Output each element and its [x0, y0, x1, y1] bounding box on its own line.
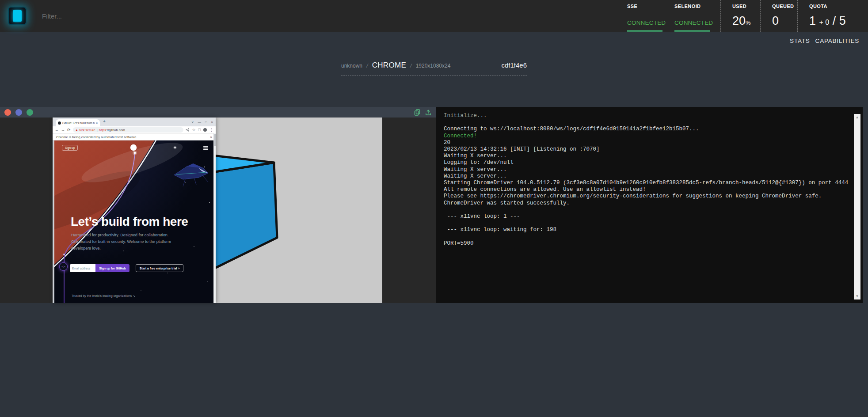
sse-indicator-bar: [627, 30, 662, 32]
status-bar: SSE CONNECTED SELENOID CONNECTED USED 20…: [627, 0, 868, 32]
status-selenoid: SELENOID CONNECTED: [674, 0, 720, 32]
maximize-icon[interactable]: □: [205, 120, 207, 124]
log-line: Logging to: /dev/null: [444, 159, 845, 166]
log-line: Waiting X server...: [444, 167, 845, 173]
log-line: [444, 220, 845, 227]
log-line: [444, 234, 845, 240]
tab-search-icon[interactable]: ∨: [191, 120, 194, 124]
github-hero-page: Sign up Let’s build from here Harnessed …: [53, 140, 216, 303]
log-line: Starting ChromeDriver 104.0.5112.79 (3cf…: [444, 180, 845, 186]
clipboard-icon[interactable]: [414, 109, 420, 116]
remote-chrome-window[interactable]: GitHub: Let’s build from he... × + ∨ — □…: [53, 118, 216, 303]
back-icon[interactable]: ←: [55, 128, 59, 132]
topbar: SSE CONNECTED SELENOID CONNECTED USED 20…: [0, 0, 868, 32]
session-os: unknown: [341, 63, 362, 69]
address-bar[interactable]: ▲ Not secure | https://github.com: [73, 127, 184, 133]
selenoid-value: CONNECTED: [674, 19, 713, 26]
vnc-panel: GitHub: Let’s build from he... × + ∨ — □…: [0, 107, 436, 303]
profile-avatar[interactable]: [203, 128, 207, 132]
email-field[interactable]: [70, 264, 95, 272]
selenoid-ui-logo[interactable]: [8, 7, 27, 25]
log-scrollbar[interactable]: ▲ ▼: [854, 114, 860, 299]
filter-input[interactable]: [42, 12, 228, 20]
selenoid-ui-page: { "colors": { "accent_green": "#4caf50",…: [0, 0, 868, 417]
chrome-tab[interactable]: GitHub: Let’s build from he... ×: [56, 119, 100, 126]
log-line: Waiting X server...: [444, 153, 845, 159]
enterprise-trial-button[interactable]: Start a free enterprise trial >: [136, 264, 183, 272]
session-resolution: 1920x1080x24: [416, 63, 451, 69]
scrollbar-thumb[interactable]: [214, 134, 216, 146]
session-browser: CHROME: [372, 61, 406, 70]
chrome-tabstrip: GitHub: Let’s build from he... × + ∨ — □…: [53, 118, 216, 126]
code-brackets-badge-icon: <>: [59, 262, 68, 271]
log-line: Please see https://chromedriver.chromium…: [444, 193, 845, 200]
logo-cyan-square-icon: [13, 10, 22, 22]
automation-infobar: Chrome is being controlled by automated …: [53, 133, 216, 140]
quota-value: 1 + 0 / 5: [809, 14, 846, 28]
url-divider: |: [97, 128, 98, 132]
vnc-window-header: [0, 107, 436, 118]
vnc-header-actions: [414, 109, 431, 116]
log-line: Connected!: [444, 133, 845, 140]
close-icon[interactable]: ×: [211, 120, 213, 124]
extension-icon[interactable]: □: [198, 128, 201, 132]
session-row[interactable]: unknown / CHROME / 1920x1080x24 cdf1f4e6: [341, 61, 527, 76]
bookmark-star-icon[interactable]: ☆: [192, 128, 195, 132]
view-tabs: STATS CAPABILITIES: [790, 38, 859, 44]
selenoid-label: SELENOID: [674, 4, 720, 9]
separator: /: [366, 62, 368, 69]
used-value: 20%: [732, 14, 751, 28]
session-id[interactable]: cdf1f4e6: [501, 61, 527, 69]
page-scrollbar[interactable]: [213, 133, 216, 303]
url-text: https://github.com: [99, 128, 125, 132]
github-favicon-icon: [58, 121, 61, 125]
reload-icon[interactable]: ⟳: [67, 128, 71, 132]
menu-dots-icon[interactable]: ⋮: [209, 128, 213, 132]
status-sse: SSE CONNECTED: [627, 0, 674, 32]
page-left-edge: [53, 140, 54, 303]
log-line: ChromeDriver was started successfully.: [444, 200, 845, 207]
queued-value: 0: [772, 14, 779, 28]
log-line: --- x11vnc loop: 1 ---: [444, 213, 845, 220]
toolbar-right-icons: ☆ □ ⋮: [186, 128, 213, 132]
new-tab-icon[interactable]: +: [103, 119, 106, 124]
tab-capabilities[interactable]: CAPABILITIES: [815, 38, 859, 44]
infobar-text: Chrome is being controlled by automated …: [56, 135, 137, 139]
vnc-remote-screen[interactable]: GitHub: Let’s build from he... × + ∨ — □…: [53, 118, 382, 303]
tab-close-icon[interactable]: ×: [96, 121, 98, 125]
hamburger-menu-icon[interactable]: [203, 146, 208, 151]
log-line: Connecting to ws://localhost:8080/ws/log…: [444, 126, 845, 133]
separator: /: [410, 62, 412, 69]
trusted-line: Trusted by the world’s leading organizat…: [72, 294, 135, 298]
upload-icon[interactable]: [425, 109, 431, 116]
share-icon[interactable]: [186, 128, 189, 132]
github-signup-nav-button[interactable]: Sign up: [62, 145, 78, 151]
session-info: unknown / CHROME / 1920x1080x24: [341, 61, 450, 70]
window-dot-red-icon: [4, 109, 11, 116]
chrome-toolbar: ← → ⟳ ▲ Not secure | https://github.com: [53, 126, 216, 133]
scroll-down-icon[interactable]: ▼: [854, 294, 860, 298]
window-controls: ∨ — □ ×: [191, 118, 213, 126]
log-line: 20: [444, 140, 845, 146]
signup-for-github-button[interactable]: Sign up for GitHub: [95, 264, 129, 272]
log-line: PORT=5900: [444, 240, 845, 247]
selenoid-indicator-bar: [674, 30, 710, 32]
infobar-close-icon[interactable]: ×: [210, 135, 212, 139]
forward-icon[interactable]: →: [61, 128, 65, 132]
window-dot-green-icon: [27, 109, 33, 116]
hero-headline: Let’s build from here: [71, 215, 188, 229]
status-used: USED 20%: [720, 0, 760, 32]
log-lines: Initialize... Connecting to ws://localho…: [444, 113, 845, 247]
quota-label: QUOTA: [809, 4, 868, 9]
scroll-up-icon[interactable]: ▲: [854, 115, 860, 119]
status-queued: QUEUED 0: [760, 0, 797, 32]
sse-label: SSE: [627, 4, 674, 9]
window-dot-blue-icon: [15, 109, 22, 116]
log-line: [444, 119, 845, 126]
log-line: 2023/02/13 14:32:16 [INIT] [Listening on…: [444, 146, 845, 153]
log-line: Waiting X server...: [444, 173, 845, 180]
session-detail-panels: GitHub: Let’s build from he... × + ∨ — □…: [0, 107, 863, 303]
tab-stats[interactable]: STATS: [790, 38, 810, 44]
minimize-icon[interactable]: —: [198, 120, 202, 124]
github-octocat-logo-icon[interactable]: [130, 144, 137, 151]
